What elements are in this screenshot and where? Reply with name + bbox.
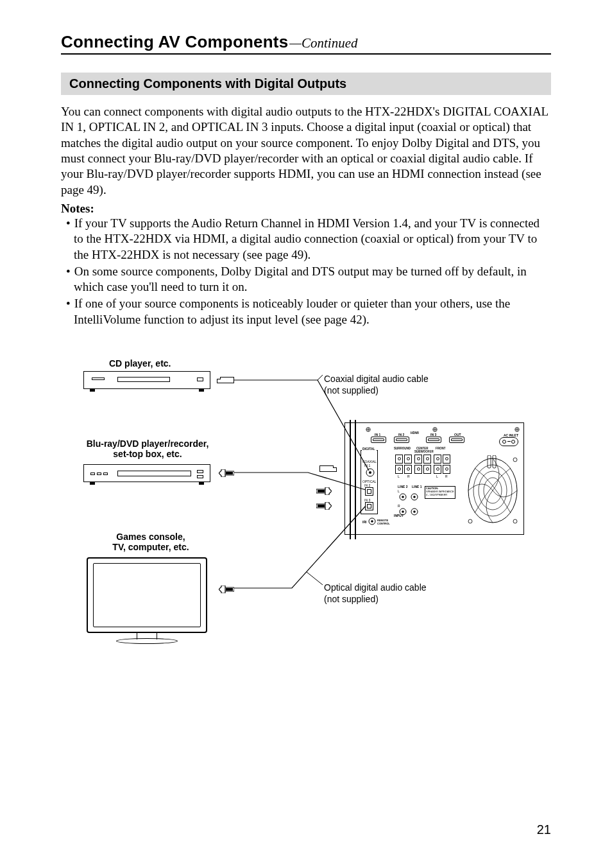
chapter-title: Connecting AV Components (61, 32, 288, 52)
optical-plug-icon (316, 486, 332, 494)
svg-rect-0 (226, 472, 233, 474)
optical-plug-icon (219, 584, 234, 592)
page-number: 21 (537, 822, 551, 837)
bluray-device (83, 464, 210, 482)
svg-rect-1 (226, 588, 233, 591)
svg-point-28 (513, 519, 517, 523)
svg-point-18 (402, 510, 404, 513)
notes-heading: Notes: (61, 202, 551, 216)
svg-point-14 (402, 496, 404, 498)
note-item: On some source components, Dolby Digital… (61, 264, 551, 295)
svg-rect-32 (318, 490, 325, 492)
section-heading: Connecting Components with Digital Outpu… (61, 73, 551, 95)
note-item: If your TV supports the Audio Return Cha… (61, 216, 551, 263)
cd-player-device (83, 371, 210, 389)
cd-player-label: CD player, etc. (109, 358, 192, 369)
svg-point-27 (468, 519, 472, 523)
note-item: If one of your source components is noti… (61, 296, 551, 327)
coaxial-cable-line (234, 378, 382, 474)
svg-point-20 (413, 510, 416, 513)
coaxial-plug-icon (220, 377, 234, 383)
games-console-label: Games console, TV, computer, etc. (99, 532, 202, 552)
continued-label: —Continued (289, 35, 357, 51)
optical-plug-icon (219, 468, 234, 476)
svg-point-16 (413, 496, 416, 498)
svg-rect-33 (318, 505, 325, 507)
svg-rect-30 (488, 455, 491, 468)
optical-cable-line-2 (234, 503, 382, 593)
svg-rect-31 (493, 455, 496, 468)
svg-point-29 (513, 458, 517, 462)
bluray-label: Blu-ray/DVD player/recorder, set-top box… (80, 438, 215, 459)
speaker-grille-icon (467, 455, 518, 526)
body-paragraph: You can connect components with digital … (61, 104, 551, 198)
connection-diagram: CD player, etc. Coaxial digital audio ca… (61, 358, 551, 679)
optical-plug-icon (316, 501, 332, 508)
